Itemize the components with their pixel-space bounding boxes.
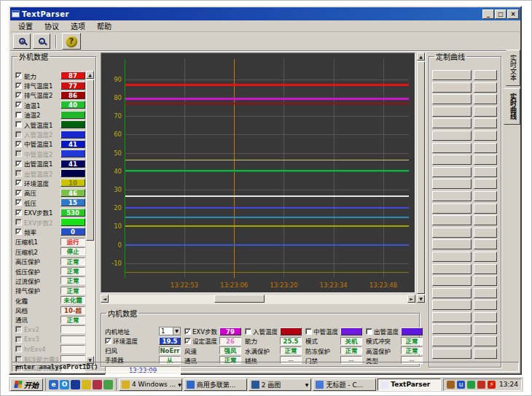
tab-realtime-text[interactable]: 实时文本 [506, 50, 520, 86]
scroll-up-icon[interactable]: ▲ [86, 71, 94, 79]
curve-value-field[interactable] [474, 143, 497, 153]
lightning-icon[interactable]: ⚡ [488, 381, 496, 389]
curve-slot-button[interactable] [432, 155, 472, 165]
curve-value-field[interactable] [474, 82, 497, 93]
gold-icon[interactable] [447, 381, 455, 389]
menu-item[interactable]: 设置 [13, 20, 38, 32]
curve-slot-button[interactable] [432, 349, 472, 359]
curve-slot-button[interactable] [432, 131, 472, 141]
checkbox[interactable]: ✓ [184, 338, 191, 344]
trend-chart[interactable]: 9080706050403020100-1013:22:5313:23:0613… [101, 53, 415, 293]
checkbox[interactable] [15, 150, 22, 157]
curve-slot-button[interactable] [432, 143, 472, 153]
curve-value-field[interactable] [474, 288, 497, 298]
checkbox[interactable] [15, 121, 22, 128]
curve-value-field[interactable] [474, 239, 497, 249]
checkbox[interactable] [305, 328, 312, 335]
msn-icon[interactable] [71, 380, 80, 389]
menu-item[interactable]: 帮助 [92, 20, 117, 32]
checkbox[interactable]: ✓ [15, 199, 22, 206]
chevron-down-icon[interactable]: ▼ [178, 382, 181, 387]
scroll-up-icon[interactable]: ▲ [417, 53, 425, 61]
menu-item[interactable]: 协议 [39, 20, 64, 32]
curve-slot-button[interactable] [432, 179, 472, 189]
scrollbar-thumb[interactable] [417, 61, 425, 294]
checkbox[interactable]: ✓ [15, 141, 22, 147]
scroll-right-icon[interactable]: ► [407, 295, 415, 303]
checkbox[interactable]: ✓ [15, 179, 22, 186]
curve-value-field[interactable] [474, 300, 497, 310]
green-monitor-icon[interactable] [467, 381, 475, 389]
checkbox[interactable] [245, 328, 251, 335]
taskbar-button[interactable]: 无标题 - C... [313, 378, 376, 391]
maximize-button[interactable]: □ [495, 9, 506, 19]
chevron-down-icon[interactable]: ▼ [173, 327, 180, 335]
curve-value-field[interactable] [474, 349, 497, 359]
checkbox[interactable]: ✓ [15, 92, 22, 98]
close-button[interactable]: × [507, 9, 519, 19]
zoom-out-button[interactable]: - [33, 34, 50, 49]
checkbox[interactable]: ✓ [15, 101, 22, 108]
curve-value-field[interactable] [474, 215, 497, 225]
taskbar-button[interactable]: 2 画图▼ [249, 378, 312, 391]
curve-slot-button[interactable] [432, 191, 472, 201]
media-icon[interactable] [93, 380, 102, 389]
tab-realtime-curve[interactable]: 实时曲线 [504, 88, 520, 125]
curve-slot-button[interactable] [432, 276, 472, 286]
curve-value-field[interactable] [474, 131, 497, 141]
title-bar[interactable]: TextParser _ □ × [10, 7, 520, 20]
taskbar-button[interactable]: TextParser [378, 378, 441, 391]
scroll-down-icon[interactable]: ▼ [417, 295, 425, 303]
curve-value-field[interactable] [474, 252, 497, 262]
checkbox[interactable]: ✓ [15, 228, 22, 235]
checkbox[interactable] [15, 326, 22, 333]
sidebar-scrollbar[interactable]: ▲ ▼ [86, 71, 95, 364]
blue-badge-icon[interactable]: u [457, 381, 465, 389]
menu-item[interactable]: 选项 [66, 20, 90, 32]
checkbox[interactable] [366, 328, 372, 335]
checkbox[interactable] [15, 112, 22, 118]
curve-value-field[interactable] [474, 106, 497, 117]
curve-slot-button[interactable] [432, 167, 472, 177]
red-green-icon[interactable] [477, 381, 485, 389]
curve-slot-button[interactable] [432, 264, 472, 274]
checkbox[interactable] [15, 336, 22, 343]
curve-value-field[interactable] [474, 167, 497, 177]
checkbox[interactable]: ✓ [15, 72, 22, 79]
ie-icon[interactable]: e [49, 380, 58, 389]
checkbox[interactable] [15, 219, 22, 225]
taskbar-button[interactable]: 4 Windows ...▼ [119, 378, 182, 391]
minimize-button[interactable]: _ [482, 9, 494, 19]
curve-value-field[interactable] [474, 276, 497, 286]
curve-value-field[interactable] [474, 155, 497, 165]
checkbox[interactable]: ✓ [105, 338, 112, 344]
indoor-address-dropdown[interactable]: 1▼ [159, 327, 181, 335]
checkbox[interactable]: ✓ [15, 82, 22, 89]
chevron-down-icon[interactable]: ▼ [305, 382, 309, 387]
outlook-icon[interactable]: O [60, 380, 69, 389]
scrollbar-thumb[interactable] [86, 79, 94, 241]
explorer-icon[interactable] [103, 380, 113, 389]
curve-value-field[interactable] [474, 179, 497, 189]
curve-slot-button[interactable] [432, 82, 472, 93]
notes-icon[interactable] [82, 380, 91, 389]
taskbar-button[interactable]: 商用多联第... [184, 378, 247, 391]
curve-slot-button[interactable] [432, 106, 472, 117]
checkbox[interactable]: ✓ [184, 328, 191, 335]
curve-value-field[interactable] [474, 228, 497, 238]
curve-value-field[interactable] [474, 94, 497, 104]
curve-slot-button[interactable] [432, 215, 472, 225]
checkbox[interactable]: ✓ [15, 190, 22, 196]
curve-slot-button[interactable] [432, 300, 472, 310]
curve-slot-button[interactable] [432, 203, 472, 214]
curve-value-field[interactable] [474, 118, 497, 128]
start-button[interactable]: 开始 [10, 378, 43, 391]
checkbox[interactable]: ✓ [15, 209, 22, 216]
curve-value-field[interactable] [474, 312, 497, 322]
curve-value-field[interactable] [474, 324, 497, 334]
checkbox[interactable] [15, 170, 22, 176]
curve-slot-button[interactable] [432, 70, 472, 80]
checkbox[interactable] [15, 131, 22, 138]
curve-value-field[interactable] [474, 264, 497, 274]
curve-slot-button[interactable] [432, 239, 472, 249]
